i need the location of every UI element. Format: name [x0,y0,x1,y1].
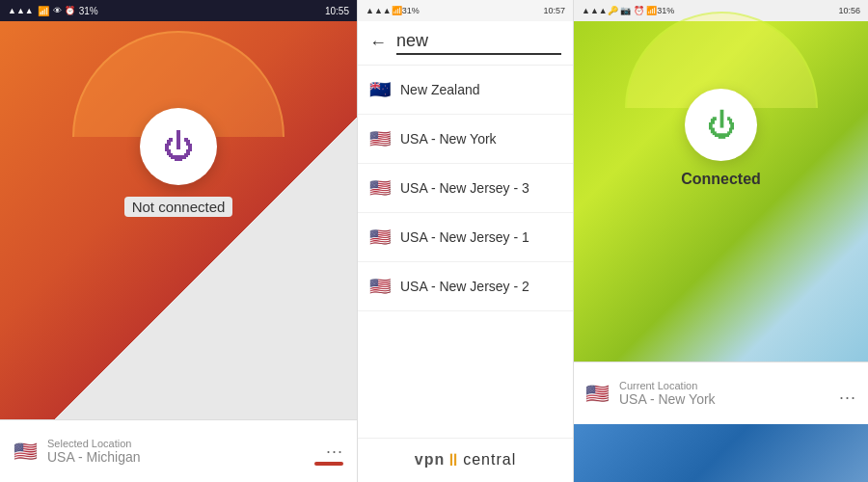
signal-icon-right: ▲▲▲ [582,6,608,15]
selected-location-name: USA - Michigan [47,449,305,465]
vpncentral-logo: vpn⏸central [369,450,561,470]
battery-mid: 31% [402,6,420,15]
current-flag: 🇺🇸 [585,382,610,405]
selected-location-label: Selected Location [47,438,305,449]
background-right: ⏻ Connected [574,21,868,362]
location-options-button-left[interactable]: ... [326,438,343,458]
red-indicator-bar [314,462,343,466]
logo-vpn: vpn [415,451,445,468]
time-mid: 10:57 [543,6,565,15]
battery-right: 31% [657,6,674,15]
signal-icon-mid: ▲▲▲ [366,6,392,15]
status-bar-mid: ▲▲▲ 📶 31% 10:57 [358,0,573,21]
list-item[interactable]: 🇺🇸USA - New Jersey - 3 [358,164,573,213]
panel-search: ▲▲▲ 📶 31% 10:57 ← new 🇳🇿New Zealand🇺🇸USA… [357,0,574,482]
panel-not-connected: ▲▲▲ 📶 👁 ⏰ 31% 10:55 ⏻ Not connected 🇺🇸 S… [0,0,357,482]
current-location-label: Current Location [619,380,829,391]
list-item-name: New Zealand [400,82,480,97]
search-header: ← new [358,21,573,66]
bottom-blue-strip [574,424,868,482]
power-icon-left: ⏻ [163,131,194,162]
status-bar-left: ▲▲▲ 📶 👁 ⏰ 31% 10:55 [0,0,357,21]
list-item-name: USA - New Jersey - 3 [400,180,529,196]
panel-connected: ▲▲▲ 🔑 📷 ⏰ 📶 31% 10:56 ⏻ Connected 🇺🇸 Cur… [574,0,868,482]
current-city: New York [658,391,715,407]
list-item-name: USA - New Jersey - 1 [400,229,529,245]
location-options-button-right[interactable]: ... [839,384,856,404]
connection-status-left: Not connected [124,197,233,217]
power-button-left[interactable]: ⏻ [140,108,217,185]
selected-location-bar: 🇺🇸 Selected Location USA - Michigan ... [0,419,357,482]
vpncentral-footer: vpn⏸central [358,438,573,482]
selected-country-prefix: USA - [47,449,86,465]
list-item-flag: 🇺🇸 [369,276,391,297]
list-item-flag: 🇺🇸 [369,128,391,149]
current-country-prefix: USA - [619,391,658,407]
alarm-icon: ⏰ [65,6,75,15]
eye-icon: 👁 [53,6,62,15]
list-item[interactable]: 🇺🇸USA - New Jersey - 1 [358,213,573,262]
connection-status-right: Connected [681,171,761,188]
time-left: 10:55 [325,6,349,16]
current-location-name: USA - New York [619,391,829,407]
status-icons-left: 👁 ⏰ [53,6,75,15]
logo-signal-icon: ⏸ [445,450,463,469]
list-item-flag: 🇳🇿 [369,79,391,100]
back-button[interactable]: ← [369,33,387,53]
list-item[interactable]: 🇺🇸USA - New York [358,115,573,164]
time-right: 10:56 [838,6,860,15]
battery-left: 31% [79,6,98,16]
background-left: ⏻ Not connected [0,21,357,419]
signal-icon-left: ▲▲▲ [8,6,34,15]
power-button-right[interactable]: ⏻ [685,89,757,161]
list-item-name: USA - New Jersey - 2 [400,279,529,294]
selected-city: Michigan [86,449,140,465]
wifi-icon-mid: 📶 [392,6,402,15]
current-location-bar: 🇺🇸 Current Location USA - New York ... [574,362,868,424]
selected-flag: 🇺🇸 [14,440,38,463]
wifi-icon-left: 📶 [38,6,49,16]
search-input-display[interactable]: new [396,31,561,55]
logo-central: central [463,451,516,468]
power-icon-right: ⏻ [707,109,736,142]
current-location-info: Current Location USA - New York [619,380,829,407]
list-item[interactable]: 🇺🇸USA - New Jersey - 2 [358,262,573,311]
location-list: 🇳🇿New Zealand🇺🇸USA - New York🇺🇸USA - New… [358,66,573,438]
list-item-name: USA - New York [400,131,497,147]
list-item-flag: 🇺🇸 [369,227,391,248]
list-item-flag: 🇺🇸 [369,177,391,199]
selected-location-info: Selected Location USA - Michigan [47,438,305,465]
list-item[interactable]: 🇳🇿New Zealand [358,66,573,115]
status-icons-right: 🔑 📷 ⏰ 📶 [608,6,658,15]
